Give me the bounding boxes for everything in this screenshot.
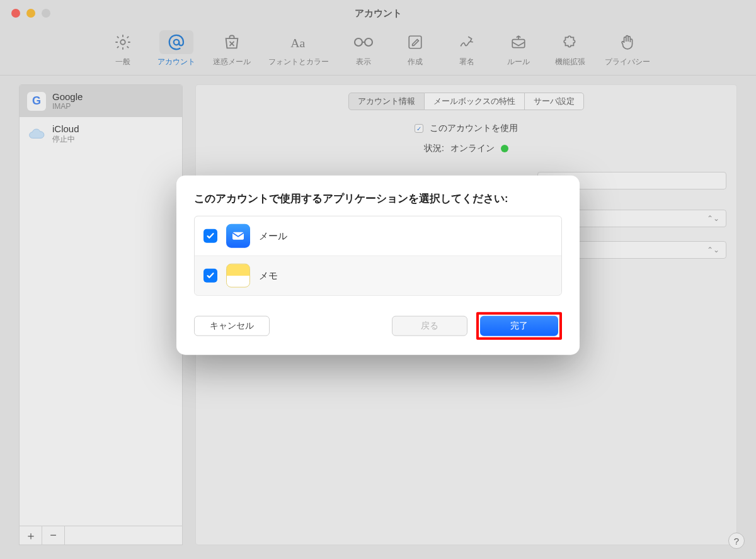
- account-subtype: IMAP: [52, 102, 83, 111]
- account-row-google[interactable]: G Google IMAP: [20, 85, 182, 117]
- done-button-highlight: 完了: [476, 312, 562, 340]
- toolbar-item-junk[interactable]: 迷惑メール: [213, 30, 251, 67]
- gear-icon: [112, 31, 134, 53]
- app-list: メール メモ: [194, 216, 562, 296]
- toolbar-label: アカウント: [158, 57, 195, 67]
- accounts-sidebar: G Google IMAP iCloud 停止中: [19, 84, 183, 545]
- status-value: オンライン: [450, 143, 495, 154]
- toolbar-label: 一般: [115, 57, 130, 67]
- tab-mailbox-behaviors[interactable]: メールボックスの特性: [425, 93, 525, 110]
- preferences-toolbar: 一般 アカウント 迷惑メール Aa フォントとカラー 表示: [0, 28, 756, 76]
- enable-account-label: このアカウントを使用: [430, 123, 518, 134]
- at-sign-icon: [166, 31, 187, 53]
- remove-account-button[interactable]: −: [42, 526, 65, 545]
- checkbox-checked[interactable]: [203, 269, 217, 283]
- toolbar-label: 作成: [408, 57, 423, 67]
- account-name: Google: [52, 91, 83, 102]
- toolbar-item-fonts[interactable]: Aa フォントとカラー: [268, 30, 329, 67]
- toolbar-label: フォントとカラー: [268, 57, 329, 67]
- chevron-updown-icon: ⌃⌄: [707, 246, 719, 254]
- rules-icon: [508, 31, 529, 53]
- checkbox-checked[interactable]: [203, 229, 217, 243]
- app-row-mail[interactable]: メール: [195, 217, 561, 256]
- toolbar-label: 表示: [356, 57, 371, 67]
- toolbar-item-composing[interactable]: 作成: [398, 30, 432, 67]
- toolbar-item-privacy[interactable]: プライバシー: [605, 30, 650, 67]
- toolbar-label: ルール: [507, 57, 530, 67]
- account-row-icloud[interactable]: iCloud 停止中: [20, 117, 182, 151]
- status-online-dot: [501, 145, 508, 152]
- svg-point-0: [120, 40, 125, 44]
- toolbar-item-extensions[interactable]: 機能拡張: [553, 30, 587, 67]
- add-account-button[interactable]: ＋: [20, 526, 42, 545]
- dialog-buttons: キャンセル 戻る 完了: [194, 312, 562, 340]
- sidebar-buttons: ＋ −: [19, 526, 183, 545]
- toolbar-label: 機能拡張: [555, 57, 585, 67]
- hand-icon: [617, 31, 638, 53]
- svg-point-1: [174, 40, 180, 45]
- dialog-title: このアカウントで使用するアプリケーションを選択してください:: [194, 192, 562, 206]
- mail-app-icon: [226, 224, 250, 248]
- app-label: メール: [259, 230, 287, 242]
- status-key: 状況:: [424, 143, 444, 154]
- notes-app-icon: [226, 264, 250, 288]
- svg-point-4: [365, 38, 372, 46]
- trash-icon: [221, 31, 243, 53]
- toolbar-item-general[interactable]: 一般: [106, 30, 140, 67]
- toolbar-label: 署名: [459, 57, 474, 67]
- toolbar-label: 迷惑メール: [213, 57, 251, 67]
- done-button[interactable]: 完了: [480, 316, 558, 336]
- svg-text:Aa: Aa: [290, 36, 305, 50]
- detail-tabs: アカウント情報 メールボックスの特性 サーバ設定: [196, 93, 736, 110]
- icloud-icon: [27, 125, 46, 144]
- toolbar-item-viewing[interactable]: 表示: [346, 30, 381, 67]
- account-name: iCloud: [52, 123, 79, 134]
- app-label: メモ: [259, 269, 278, 281]
- svg-point-3: [355, 38, 362, 46]
- puzzle-icon: [559, 31, 581, 53]
- glasses-icon: [353, 31, 374, 53]
- tab-account-info[interactable]: アカウント情報: [348, 93, 425, 110]
- app-row-notes[interactable]: メモ: [195, 256, 561, 295]
- back-button[interactable]: 戻る: [392, 316, 467, 336]
- toolbar-item-signatures[interactable]: 署名: [450, 30, 484, 67]
- toolbar-item-rules[interactable]: ルール: [501, 30, 536, 67]
- font-icon: Aa: [288, 31, 309, 53]
- select-apps-dialog: このアカウントで使用するアプリケーションを選択してください: メール メモ キ: [176, 176, 580, 355]
- toolbar-label: プライバシー: [605, 57, 650, 67]
- signature-icon: [456, 31, 478, 53]
- account-list: G Google IMAP iCloud 停止中: [19, 84, 183, 526]
- account-status: 停止中: [52, 134, 79, 145]
- toolbar-item-accounts[interactable]: アカウント: [158, 30, 195, 67]
- help-button[interactable]: ?: [728, 533, 745, 549]
- account-form: ✓ このアカウントを使用 状況: オンライン: [196, 123, 736, 154]
- cancel-button[interactable]: キャンセル: [194, 316, 270, 336]
- window-title: アカウント: [0, 8, 756, 20]
- tab-server-settings[interactable]: サーバ設定: [525, 93, 584, 110]
- chevron-updown-icon: ⌃⌄: [707, 214, 719, 223]
- preferences-window: アカウント 一般 アカウント 迷惑メール Aa フォントとカラー: [0, 0, 756, 559]
- google-icon: G: [27, 92, 46, 111]
- enable-account-checkbox[interactable]: ✓: [415, 124, 423, 133]
- compose-icon: [404, 31, 426, 53]
